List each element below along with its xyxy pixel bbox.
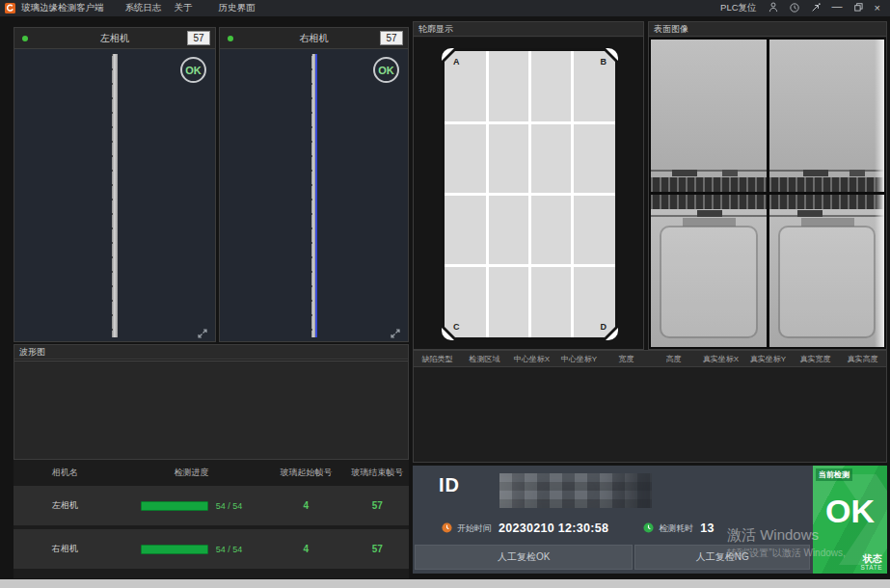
progress-bar: [141, 501, 208, 511]
manual-recheck-buttons: 人工复检OK 人工复检NG: [415, 545, 810, 570]
waveform-panel-title: 波形图: [14, 345, 408, 360]
right-camera-header: 右相机 57: [220, 28, 408, 49]
glass-surface-grid: A B C D: [445, 51, 615, 337]
surface-photo-bottom-right: [769, 195, 885, 347]
remote-arrow-icon[interactable]: [811, 3, 821, 14]
col-height: 高度: [650, 354, 697, 364]
table-row: 右相机 54 / 54 4 57: [13, 529, 409, 569]
waveform-panel: 波形图: [13, 344, 409, 460]
plc-reset-button[interactable]: PLC复位: [720, 2, 756, 14]
right-camera-image: OK: [220, 49, 408, 341]
glass-contour-stroke: A B C D: [442, 48, 618, 340]
surface-photo-bottom-left: [651, 195, 767, 347]
status-dot: [22, 36, 28, 41]
col-center-y: 中心坐标Y: [555, 354, 603, 364]
window-bottom-edge: [0, 579, 890, 588]
contour-panel: 轮廓显示 A B C D: [413, 21, 644, 350]
progress-table: 相机名 检测进度 玻璃起始帧号 玻璃结束帧号 左相机 54 / 54 4 57 …: [13, 460, 409, 578]
badge-state-en: STATE: [861, 564, 882, 571]
progress-cell: 54 / 54: [117, 501, 267, 511]
status-panel: ID 开始时间 20230210 12:30:58 检测耗时 13 人工复检OK…: [413, 466, 887, 574]
titlebar: 玻璃边缘检测客户端 系统日志 关于 历史界面 PLC复位 — ×: [0, 0, 890, 16]
right-camera-frame-count[interactable]: 57: [380, 31, 403, 45]
contour-canvas: A B C D: [414, 38, 643, 349]
id-label: ID: [439, 474, 460, 496]
surface-photo-top-left: [651, 40, 767, 192]
right-camera-panel: 右相机 57 OK: [219, 27, 409, 342]
glass-edge-strip: [311, 54, 317, 337]
corner-label-d: D: [601, 322, 607, 332]
id-value-censored: [499, 473, 652, 508]
surface-panel-title: 表面图像: [649, 22, 886, 37]
progress-table-header: 相机名 检测进度 玻璃起始帧号 玻璃结束帧号: [13, 460, 409, 486]
menu-system-log[interactable]: 系统日志: [125, 2, 162, 14]
app-title: 玻璃边缘检测客户端: [21, 2, 104, 14]
elapsed-clock-icon: [643, 520, 654, 537]
result-badge: 当前检测 OK 状态 STATE: [813, 466, 887, 574]
manual-recheck-ok-button[interactable]: 人工复检OK: [415, 545, 633, 570]
badge-result-text: OK: [813, 493, 887, 530]
start-frame-cell: 4: [266, 544, 345, 554]
elapsed-value: 13: [700, 521, 715, 535]
status-dot: [228, 36, 233, 41]
col-width: 宽度: [603, 354, 650, 364]
col-real-x: 真实坐标X: [697, 354, 744, 364]
badge-state-zh: 状态: [861, 553, 882, 564]
col-detect-area: 检测区域: [461, 354, 508, 364]
progress-text: 54 / 54: [216, 545, 243, 554]
user-icon[interactable]: [769, 2, 778, 14]
left-camera-header: 左相机 57: [14, 28, 215, 49]
end-frame-cell: 57: [345, 544, 409, 554]
camera-name-cell: 左相机: [13, 499, 117, 512]
restore-icon[interactable]: [854, 3, 863, 13]
close-icon[interactable]: ×: [875, 3, 880, 13]
left-camera-panel: 左相机 57 OK: [13, 27, 216, 342]
left-camera-frame-count[interactable]: 57: [187, 31, 210, 45]
table-row: 左相机 54 / 54 4 57: [13, 486, 409, 525]
col-progress: 检测进度: [117, 467, 267, 479]
defect-table-body: [414, 368, 886, 462]
menu-about[interactable]: 关于: [175, 2, 193, 14]
camera-name-cell: 右相机: [13, 543, 117, 555]
left-camera-image: OK: [14, 49, 215, 341]
glass-edge-strip: [112, 54, 118, 337]
clock-icon[interactable]: [790, 3, 799, 14]
start-time-label: 开始时间: [457, 522, 492, 535]
badge-state: 状态 STATE: [861, 553, 882, 571]
app-window: 玻璃边缘检测客户端 系统日志 关于 历史界面 PLC复位 — ×: [0, 0, 890, 588]
time-row: 开始时间 20230210 12:30:58 检测耗时 13: [442, 520, 715, 537]
start-time-value: 20230210 12:30:58: [499, 521, 608, 535]
col-start-frame: 玻璃起始帧号: [266, 467, 345, 479]
col-camera-name: 相机名: [13, 467, 117, 479]
menubar: 系统日志 关于 历史界面: [125, 2, 256, 14]
corner-label-b: B: [601, 57, 607, 67]
col-center-x: 中心坐标X: [508, 354, 555, 364]
waveform-canvas: [14, 361, 408, 459]
minimize-icon[interactable]: —: [832, 1, 843, 12]
right-camera-title: 右相机: [300, 32, 329, 45]
surface-photo-top-right: [769, 40, 885, 192]
app-icon: [5, 3, 15, 13]
col-real-y: 真实坐标Y: [744, 354, 792, 364]
left-camera-title: 左相机: [100, 32, 129, 45]
start-time-clock-icon: [442, 520, 452, 537]
titlebar-right: PLC复位 — ×: [720, 2, 880, 14]
col-real-height: 真实高度: [839, 354, 886, 364]
menu-history[interactable]: 历史界面: [219, 2, 256, 14]
result-ok-indicator: OK: [373, 57, 399, 83]
expand-icon[interactable]: [390, 326, 401, 337]
progress-text: 54 / 54: [216, 501, 243, 511]
result-ok-indicator: OK: [180, 57, 206, 83]
col-defect-type: 缺陷类型: [414, 354, 461, 364]
badge-caption: 当前检测: [816, 468, 852, 481]
contour-panel-title: 轮廓显示: [414, 22, 643, 37]
expand-icon[interactable]: [197, 326, 208, 337]
surface-panel: 表面图像: [648, 21, 887, 350]
col-end-frame: 玻璃结束帧号: [345, 467, 409, 479]
progress-bar: [141, 545, 208, 554]
progress-cell: 54 / 54: [117, 545, 267, 554]
col-real-width: 真实宽度: [792, 354, 839, 364]
manual-recheck-ng-button[interactable]: 人工复检NG: [634, 545, 810, 570]
corner-label-c: C: [453, 322, 460, 332]
end-frame-cell: 57: [345, 500, 409, 511]
